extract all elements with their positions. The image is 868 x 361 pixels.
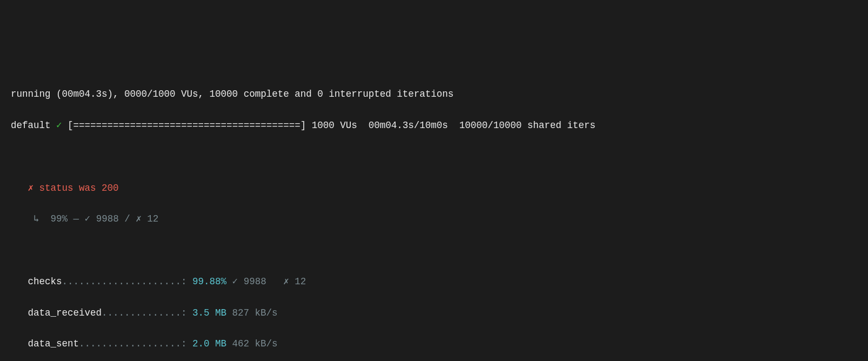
metric-value: 3.5 MB [192,307,226,318]
metric-checks: checks.....................: 99.88% ✓ 99… [28,274,858,290]
blank-line [11,149,857,165]
metric-label: data_received [28,307,102,318]
elapsed: 00m04.3s [62,89,108,99]
metric-rate: 462 kB/s [226,338,278,349]
metric-data-received: data_received..............: 3.5 MB 827 … [28,305,858,321]
check-fail: 12 [147,213,158,224]
cross-icon: ✗ [28,183,39,193]
arrow-icon: ↳ [28,213,51,224]
check-pct: 99% [51,213,68,224]
cross-icon: ✗ [266,276,295,287]
active-vus: 0000 [124,89,147,99]
cross-icon-inline: ✗ [136,213,147,224]
checks-pct: 99.88% [192,276,226,287]
running-line: running (00m04.3s), 0000/1000 VUs, 10000… [11,86,857,102]
scenario-vus: 1000 VUs [312,120,357,131]
check-name: status was 200 [39,183,119,193]
check-header: ✗ status was 200 [28,180,858,196]
k6-output: running (00m04.3s), 0000/1000 VUs, 10000… [11,71,857,362]
check-pass: 9988 [96,213,119,224]
blank-line [11,243,857,258]
check-detail: ↳ 99% — ✓ 9988 / ✗ 12 [28,211,858,227]
scenario-time: 00m04.3s/10m0s [369,120,448,131]
tick-icon: ✓ [85,213,96,224]
checks-fail: 12 [295,276,306,287]
running-prefix: running ( [11,89,62,99]
complete-count: 10000 [210,89,238,99]
scenario-iters: 10000/10000 shared iters [459,120,596,131]
metric-value: 2.0 MB [192,338,226,349]
metric-label: checks [28,276,62,287]
check-icon: ✓ [51,120,62,131]
tick-icon: ✓ [226,276,244,287]
metric-data-sent: data_sent..................: 2.0 MB 462 … [28,336,858,352]
metric-rate: 827 kB/s [226,307,278,318]
total-vus: 1000 [153,89,176,99]
progress-bar: ======================================== [74,120,301,131]
scenario-name: default [11,120,51,131]
scenario-line: default ✓ [=============================… [11,118,857,133]
checks-pass: 9988 [244,276,266,287]
metric-label: data_sent [28,338,79,349]
